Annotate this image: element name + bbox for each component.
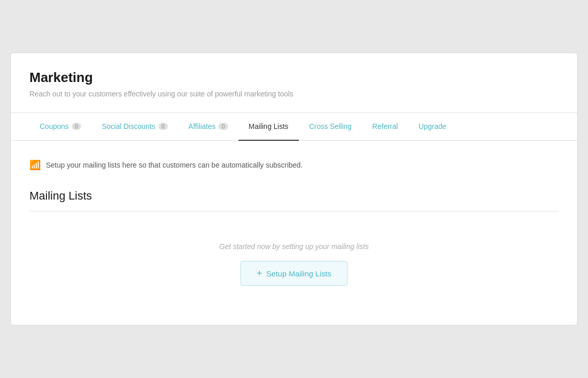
tab-upgrade-label: Upgrade (419, 122, 447, 130)
tab-referral[interactable]: Referral (362, 113, 408, 141)
content-section: 📶 Setup your mailing lists here so that … (11, 141, 577, 325)
tab-referral-label: Referral (372, 122, 398, 130)
header-section: Marketing Reach out to your customers ef… (11, 53, 577, 113)
tab-social-discounts[interactable]: Social Discounts 0 (91, 113, 178, 141)
tab-mailing-lists[interactable]: Mailing Lists (239, 113, 299, 141)
mailing-lists-title: Mailing Lists (29, 189, 559, 203)
tabs-nav: Coupons 0 Social Discounts 0 Affiliates … (11, 113, 577, 141)
tab-upgrade[interactable]: Upgrade (408, 113, 457, 141)
tab-affiliates[interactable]: Affiliates 0 (178, 113, 239, 141)
plus-icon: + (257, 269, 262, 278)
tab-affiliates-badge: 0 (218, 123, 228, 130)
setup-mailing-lists-button[interactable]: + Setup Mailing Lists (241, 261, 347, 286)
tab-affiliates-label: Affiliates (188, 122, 216, 130)
page-container: Marketing Reach out to your customers ef… (10, 53, 578, 325)
wifi-icon: 📶 (29, 159, 41, 171)
empty-state: Get started now by setting up your maili… (29, 232, 559, 306)
section-divider (29, 211, 559, 211)
tab-mailing-lists-label: Mailing Lists (249, 122, 289, 130)
page-subtitle: Reach out to your customers effectively … (29, 90, 559, 98)
empty-state-text: Get started now by setting up your maili… (219, 242, 369, 251)
page-title: Marketing (29, 70, 559, 86)
tab-coupons[interactable]: Coupons 0 (29, 113, 91, 141)
info-text: Setup your mailing lists here so that cu… (46, 161, 303, 169)
tab-social-discounts-badge: 0 (158, 123, 168, 130)
info-banner: 📶 Setup your mailing lists here so that … (29, 159, 559, 171)
tab-social-discounts-label: Social Discounts (102, 122, 155, 130)
tab-coupons-label: Coupons (40, 122, 69, 130)
tab-cross-selling-label: Cross Selling (309, 122, 352, 130)
tab-cross-selling[interactable]: Cross Selling (299, 113, 362, 141)
setup-button-label: Setup Mailing Lists (266, 269, 331, 278)
tab-coupons-badge: 0 (72, 123, 81, 130)
